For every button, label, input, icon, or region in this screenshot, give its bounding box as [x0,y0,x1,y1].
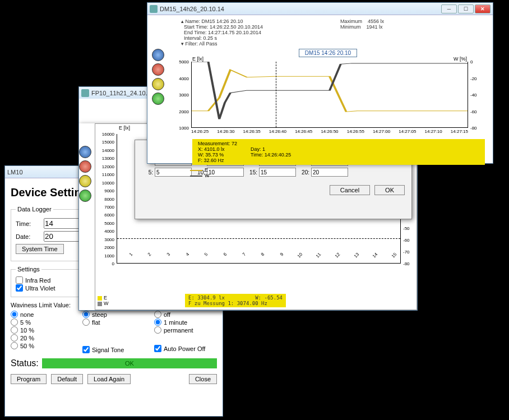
lcd-permanent-radio[interactable] [154,326,161,334]
measurement-info: Measurement: 72 X: 4101.0 lx W: 35.73 % … [192,139,485,165]
ok-button[interactable]: OK [374,185,405,195]
window-title: FP10_11h21_24.10.14 [91,90,154,96]
app-icon [81,89,89,97]
tool-icon[interactable] [152,63,164,76]
window-title: LM10 [7,169,23,176]
tool-icon[interactable] [79,160,91,173]
waviness-none-radio[interactable] [11,311,18,318]
legend: E W [190,167,466,178]
default-button[interactable]: Default [51,374,83,384]
window-title: DM15_14h26_20.10.14 [160,6,224,12]
waviness-group: Waviness Limit Value: none 5 % 10 % 20 %… [11,302,73,354]
waviness-10-radio[interactable] [11,326,18,334]
tool-icon[interactable] [79,190,91,202]
sound-steep-radio[interactable] [82,311,90,318]
chart-tool-icons [152,17,164,181]
line-chart[interactable]: E [lx] W [%] 50004000300020001000 0-20-4… [171,59,488,138]
waviness-5-radio[interactable] [11,319,18,326]
close-button[interactable]: Close [189,374,217,384]
tool-icon[interactable] [152,93,164,105]
minimize-button[interactable]: ─ [441,4,457,13]
lcd-1min-radio[interactable] [154,319,161,326]
cancel-button[interactable]: Cancel [330,185,370,195]
dataset-badge: DM15 14:26 20.10 [299,49,357,57]
auto-poweroff-checkbox[interactable] [154,345,161,352]
y-axis-left-label: E [lx] [119,125,130,131]
infra-red-checkbox[interactable] [16,276,23,284]
line-chart-window: DM15_14h26_20.10.14 ─ ☐ ✕ ▴ Name: DM15 1… [147,2,493,164]
signal-tone-checkbox[interactable] [82,346,90,353]
lcd-off-radio[interactable] [154,311,161,318]
waviness-50-radio[interactable] [11,342,18,349]
program-button[interactable]: Program [11,374,47,384]
chart-tool-icons [79,123,91,310]
status-badge: OK [42,358,217,368]
time-label: Time: [16,220,40,227]
y-axis-left-label: E [lx] [192,56,203,62]
status-label: Status: [11,358,39,368]
app-icon [150,5,158,13]
sound-flat-radio[interactable] [82,319,90,326]
cursor-info: E: 3304.9 lx W: -65.54 F zu Messung 1: 3… [185,294,286,307]
maximize-button[interactable]: ☐ [458,4,474,13]
group-label: Settings [16,266,41,273]
load-again-button[interactable]: Load Again [87,374,131,384]
close-button[interactable]: ✕ [475,4,491,13]
date-label: Date: [16,233,40,240]
group-label: Data Logger [16,206,53,213]
system-time-button[interactable]: System Time [16,244,64,254]
metadata-block: ▴ Name: DM15 14:26 20.10 Start Time: 14:… [181,19,488,47]
tool-icon[interactable] [152,49,164,61]
ultra-violet-checkbox[interactable] [16,284,23,292]
titlebar[interactable]: DM15_14h26_20.10.14 ─ ☐ ✕ [147,3,493,15]
tool-icon[interactable] [152,78,164,90]
y-axis-right-label: W [%] [454,56,467,62]
waviness-20-radio[interactable] [11,334,18,341]
tool-icon[interactable] [79,146,91,158]
tool-icon[interactable] [79,175,91,187]
